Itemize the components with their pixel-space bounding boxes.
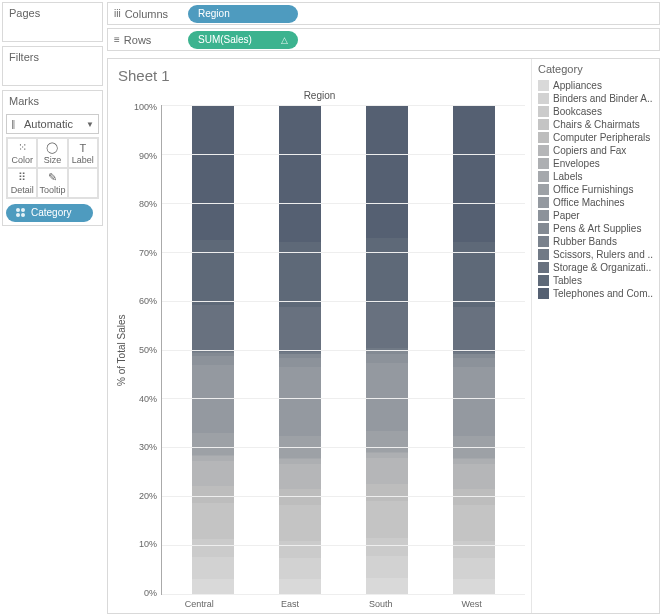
segment[interactable]: [453, 489, 495, 505]
segment[interactable]: [366, 431, 408, 452]
legend-item[interactable]: Pens & Art Supplies: [538, 222, 653, 235]
segment[interactable]: [453, 367, 495, 436]
y-axis-title: % of Total Sales: [114, 105, 129, 595]
legend-items: AppliancesBinders and Binder A..Bookcase…: [538, 79, 653, 300]
segment[interactable]: [453, 541, 495, 558]
segment[interactable]: [366, 105, 408, 238]
segment[interactable]: [192, 240, 234, 305]
segment[interactable]: [366, 363, 408, 431]
legend-item[interactable]: Bookcases: [538, 105, 653, 118]
segment[interactable]: [453, 242, 495, 307]
y-axis-ticks: 100%90%80%70%60%50%40%30%20%10%0%: [129, 105, 161, 595]
legend-swatch: [538, 262, 549, 273]
segment[interactable]: [366, 238, 408, 303]
segment[interactable]: [453, 558, 495, 580]
segment[interactable]: [366, 501, 408, 538]
bar-west[interactable]: [453, 105, 495, 594]
segment[interactable]: [279, 367, 321, 436]
color-icon: ⁙: [18, 141, 27, 154]
columns-pill-region[interactable]: Region: [188, 5, 298, 23]
segment[interactable]: [192, 539, 234, 557]
legend-item[interactable]: Binders and Binder A..: [538, 92, 653, 105]
rows-shelf[interactable]: ≡Rows SUM(Sales)△: [107, 28, 660, 51]
label-icon: T: [79, 142, 86, 154]
marks-color-pill-category[interactable]: Category: [6, 204, 93, 222]
legend-item[interactable]: Storage & Organizati..: [538, 261, 653, 274]
segment[interactable]: [366, 354, 408, 363]
segment[interactable]: [192, 305, 234, 350]
marks-label-cell[interactable]: TLabel: [68, 138, 98, 168]
mark-type-dropdown[interactable]: ∥ Automatic ▼: [6, 114, 99, 134]
filters-shelf[interactable]: Filters: [2, 46, 103, 86]
segment[interactable]: [366, 484, 408, 501]
x-tick: South: [360, 599, 402, 609]
bar-south[interactable]: [366, 105, 408, 594]
columns-shelf[interactable]: iiiColumns Region: [107, 2, 660, 25]
detail-icon: ⠿: [18, 171, 26, 184]
segment[interactable]: [192, 486, 234, 503]
segment[interactable]: [192, 503, 234, 539]
columns-icon: iii: [114, 8, 121, 19]
legend-item[interactable]: Telephones and Com..: [538, 287, 653, 300]
legend-item[interactable]: Office Machines: [538, 196, 653, 209]
segment[interactable]: [453, 505, 495, 541]
legend-swatch: [538, 119, 549, 130]
segment[interactable]: [192, 433, 234, 455]
pages-shelf[interactable]: Pages: [2, 2, 103, 42]
legend-swatch: [538, 80, 549, 91]
marks-size-cell[interactable]: ◯Size: [37, 138, 67, 168]
segment[interactable]: [366, 458, 408, 484]
segment[interactable]: [453, 105, 495, 242]
segment[interactable]: [366, 303, 408, 348]
segment[interactable]: [279, 105, 321, 242]
marks-color-cell[interactable]: ⁙Color: [7, 138, 37, 168]
segment[interactable]: [279, 358, 321, 367]
segment[interactable]: [453, 436, 495, 458]
legend-swatch: [538, 197, 549, 208]
legend-item[interactable]: Office Furnishings: [538, 183, 653, 196]
legend-item[interactable]: Appliances: [538, 79, 653, 92]
legend-item[interactable]: Chairs & Chairmats: [538, 118, 653, 131]
segment[interactable]: [192, 557, 234, 579]
segment[interactable]: [453, 307, 495, 352]
color-dots-icon: [16, 208, 25, 217]
marks-empty-cell: [68, 168, 98, 198]
segment[interactable]: [453, 358, 495, 367]
legend-item[interactable]: Labels: [538, 170, 653, 183]
segment[interactable]: [279, 579, 321, 594]
segment[interactable]: [279, 489, 321, 505]
segment[interactable]: [279, 558, 321, 580]
segment[interactable]: [366, 578, 408, 594]
segment[interactable]: [279, 307, 321, 352]
segment[interactable]: [192, 356, 234, 365]
marks-tooltip-cell[interactable]: ✎Tooltip: [37, 168, 67, 198]
segment[interactable]: [279, 436, 321, 458]
segment[interactable]: [279, 505, 321, 541]
segment[interactable]: [366, 556, 408, 578]
rows-pill-sum-sales[interactable]: SUM(Sales)△: [188, 31, 298, 49]
segment[interactable]: [453, 464, 495, 489]
segment[interactable]: [279, 464, 321, 489]
legend-item[interactable]: Computer Peripherals: [538, 131, 653, 144]
segment[interactable]: [192, 105, 234, 240]
segment[interactable]: [366, 538, 408, 556]
marks-detail-cell[interactable]: ⠿Detail: [7, 168, 37, 198]
segment[interactable]: [453, 579, 495, 594]
bar-east[interactable]: [279, 105, 321, 594]
legend-item[interactable]: Rubber Bands: [538, 235, 653, 248]
legend-item[interactable]: Copiers and Fax: [538, 144, 653, 157]
legend-item[interactable]: Tables: [538, 274, 653, 287]
legend-item[interactable]: Scissors, Rulers and ..: [538, 248, 653, 261]
color-legend[interactable]: Category AppliancesBinders and Binder A.…: [531, 59, 659, 613]
segment[interactable]: [192, 365, 234, 433]
segment[interactable]: [192, 461, 234, 486]
segment[interactable]: [279, 541, 321, 558]
segment[interactable]: [279, 242, 321, 307]
segment[interactable]: [192, 579, 234, 594]
sheet-title[interactable]: Sheet 1: [114, 65, 525, 90]
chart-plot-area[interactable]: [161, 105, 525, 595]
legend-swatch: [538, 210, 549, 221]
bar-central[interactable]: [192, 105, 234, 594]
legend-item[interactable]: Paper: [538, 209, 653, 222]
legend-item[interactable]: Envelopes: [538, 157, 653, 170]
